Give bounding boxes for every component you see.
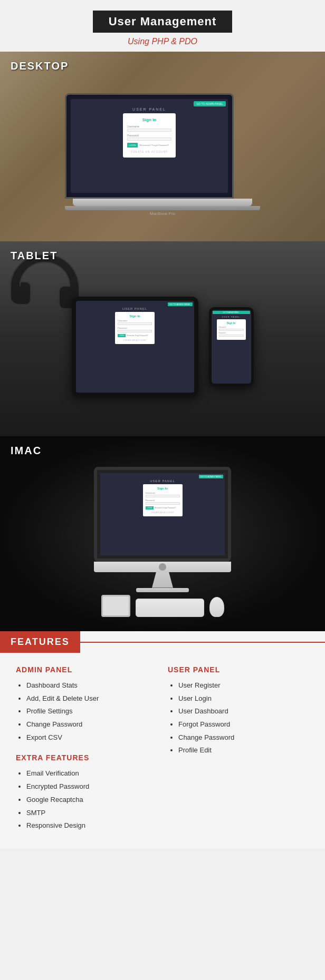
imac-create-account[interactable]: CREATE AN ACCOUNT <box>146 511 180 514</box>
tablet-username-label: Username <box>118 319 152 322</box>
imac-screen-outer: GO TO ADMIN PANEL USER PANEL Sign In Use… <box>94 467 231 562</box>
form-actions: LOGIN Remember? Forgot Password? <box>127 143 171 148</box>
tablet-username-input[interactable] <box>118 322 152 325</box>
user-panel-list: User Register User Login User Dashboard … <box>168 679 309 757</box>
macbook-label: MacBook Pro <box>65 211 260 216</box>
list-item: User Login <box>178 692 309 705</box>
main-title: User Management <box>109 15 217 28</box>
panel-title: USER PANEL <box>73 107 226 111</box>
login-button[interactable]: LOGIN <box>127 143 138 148</box>
tablet-panel-title: USER PANEL <box>78 307 193 310</box>
features-badge: FEATURES <box>0 631 80 653</box>
tablet-create-account[interactable]: CREATE AN ACCOUNT <box>118 339 152 341</box>
subtitle: Using PHP & PDO <box>128 37 197 46</box>
extra-features-title: EXTRA FEATURES <box>16 753 157 762</box>
phone-content: GO TO ADMIN PANEL USER PANEL Sign In Use… <box>212 310 251 384</box>
tablet-password-label: Password <box>118 327 152 329</box>
imac-screen-inner: GO TO ADMIN PANEL USER PANEL Sign In Use… <box>100 473 225 555</box>
list-item: SMTP <box>26 807 157 820</box>
phone-panel-title: USER PANEL <box>213 316 250 318</box>
imac-remember-text: Remember Forgot Password? <box>155 507 176 509</box>
desktop-bg: DESKTOP GO TO ADMIN PANEL USER PANEL Sig… <box>0 52 325 241</box>
tablet-mini-accessory <box>101 595 130 617</box>
phone-screen: GO TO ADMIN PANEL USER PANEL Sign In Use… <box>212 310 251 384</box>
imac-password-label: Password <box>146 499 180 502</box>
password-input[interactable] <box>127 138 171 141</box>
tablet-section: TABLET GO TO ADMIN PANEL USER PANEL Sign… <box>0 241 325 436</box>
imac-login-button[interactable]: LOGIN <box>146 506 154 509</box>
create-account-link[interactable]: CREATE AN ACCOUNT <box>127 150 171 153</box>
screen-top-bar: GO TO ADMIN PANEL <box>73 101 226 106</box>
sign-in-title: Sign In <box>127 117 171 122</box>
desktop-section: DESKTOP GO TO ADMIN PANEL USER PANEL Sig… <box>0 52 325 241</box>
list-item: Change Password <box>26 718 157 731</box>
apple-logo-icon <box>159 563 166 571</box>
admin-panel-title: ADMIN PANEL <box>16 665 157 674</box>
phone-password-input[interactable] <box>219 335 244 337</box>
phone-signin-title: Sign In <box>219 321 244 325</box>
imac-username-input[interactable] <box>146 495 180 497</box>
desktop-label: DESKTOP <box>11 60 69 72</box>
phone-signin-box: Sign In Username Password <box>217 319 246 340</box>
list-item: Export CSV <box>26 731 157 744</box>
title-box: User Management <box>93 11 233 33</box>
user-panel-title: USER PANEL <box>168 665 309 674</box>
imac-top-bar: GO TO ADMIN PANEL <box>102 475 223 478</box>
remember-text: Remember? Forgot Password? <box>139 144 169 146</box>
list-item: Google Recaptcha <box>26 793 157 807</box>
features-section: FEATURES ADMIN PANEL Dashboard Stats Add… <box>0 631 325 848</box>
features-right-col: USER PANEL User Register User Login User… <box>168 665 309 832</box>
phone-go-admin-button[interactable]: GO TO ADMIN PANEL <box>213 311 250 314</box>
tablet-screen: GO TO ADMIN PANEL USER PANEL Sign In Use… <box>76 301 194 393</box>
list-item: Profile Edit <box>178 744 309 757</box>
imac-stand <box>152 572 173 588</box>
imac-chin <box>94 562 231 572</box>
keyboard-decoration <box>136 599 204 617</box>
imac-section: IMAC GO TO ADMIN PANEL USER PANEL Sign I… <box>0 436 325 631</box>
list-item: Dashboard Stats <box>26 679 157 692</box>
imac-signin-box: Sign In Username Password LOGIN Remember… <box>143 484 183 516</box>
imac-label: IMAC <box>11 445 42 457</box>
tablet-go-admin-button[interactable]: GO TO ADMIN PANEL <box>168 302 192 306</box>
list-item: Forgot Password <box>178 718 309 731</box>
laptop-base <box>73 199 252 206</box>
admin-panel-list: Dashboard Stats Add, Edit & Delete User … <box>16 679 157 744</box>
tablet-bg: TABLET GO TO ADMIN PANEL USER PANEL Sign… <box>0 241 325 436</box>
list-item: User Dashboard <box>178 705 309 718</box>
laptop-screen-inner: GO TO ADMIN PANEL USER PANEL Sign In Use… <box>71 99 228 193</box>
features-body: ADMIN PANEL Dashboard Stats Add, Edit & … <box>0 665 325 832</box>
imac-go-admin-button[interactable]: GO TO ADMIN PANEL <box>199 475 223 478</box>
laptop-screen-outer: GO TO ADMIN PANEL USER PANEL Sign In Use… <box>65 93 234 199</box>
imac-form-actions: LOGIN Remember Forgot Password? <box>146 506 180 509</box>
extra-features-list: Email Verification Encrypted Password Go… <box>16 767 157 832</box>
imac-screen-content: GO TO ADMIN PANEL USER PANEL Sign In Use… <box>100 473 225 555</box>
list-item: Add, Edit & Delete User <box>26 692 157 705</box>
features-left-col: ADMIN PANEL Dashboard Stats Add, Edit & … <box>16 665 157 832</box>
password-label: Password <box>127 134 171 137</box>
list-item: Encrypted Password <box>26 780 157 793</box>
imac-panel-title: USER PANEL <box>102 479 223 483</box>
imac-accessories <box>101 595 224 617</box>
tablet-password-input[interactable] <box>118 330 152 332</box>
sign-in-box: Sign In Username Password LOGIN Remember… <box>123 113 176 158</box>
list-item: User Register <box>178 679 309 692</box>
phone-username-input[interactable] <box>219 329 244 331</box>
devices-row: GO TO ADMIN PANEL USER PANEL Sign In Use… <box>72 297 254 397</box>
tablet-device: GO TO ADMIN PANEL USER PANEL Sign In Use… <box>72 297 198 397</box>
tablet-login-button[interactable]: LOGIN <box>118 334 126 337</box>
imac-wrap: GO TO ADMIN PANEL USER PANEL Sign In Use… <box>94 467 231 592</box>
tablet-top-bar: GO TO ADMIN PANEL <box>78 302 193 306</box>
username-label: Username <box>127 125 171 128</box>
imac-username-label: Username <box>146 492 180 494</box>
tablet-signin-title: Sign In <box>118 315 152 318</box>
go-admin-button[interactable]: GO TO ADMIN PANEL <box>194 101 226 106</box>
phone-username-label: Username <box>219 326 244 328</box>
imac-password-input[interactable] <box>146 502 180 505</box>
tablet-remember-text: Remember Forgot Password? <box>127 335 148 337</box>
features-header: FEATURES <box>0 631 325 653</box>
imac-base <box>136 588 189 592</box>
features-line <box>80 642 325 643</box>
imac-bg: IMAC GO TO ADMIN PANEL USER PANEL Sign I… <box>0 436 325 631</box>
username-input[interactable] <box>127 129 171 132</box>
tablet-screen-content: GO TO ADMIN PANEL USER PANEL Sign In Use… <box>76 301 194 393</box>
